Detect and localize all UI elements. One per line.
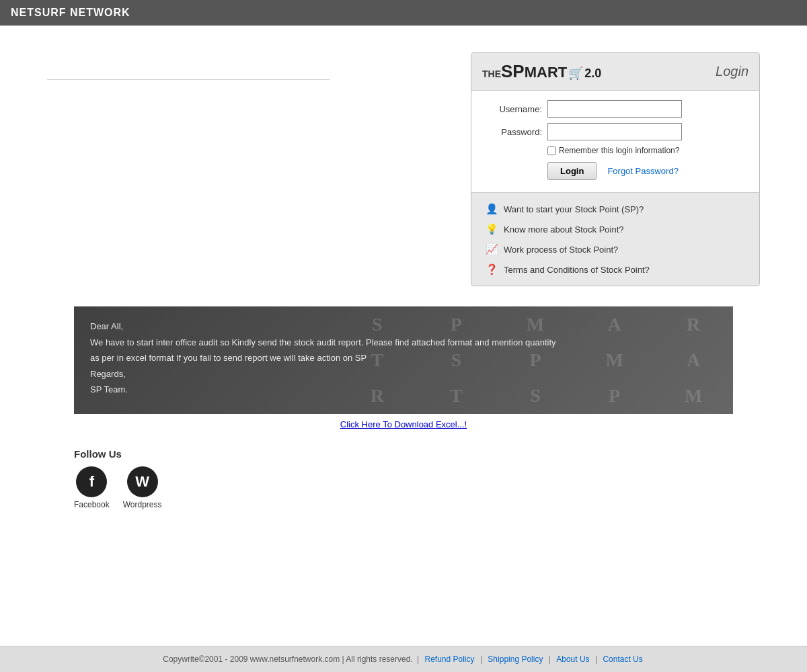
contact-us-link[interactable]: Contact Us — [603, 655, 642, 664]
follow-us-title: Follow Us — [74, 448, 733, 460]
announcement-line: We have to start inter office audit so K… — [90, 336, 717, 349]
copyright-text: Copywrite©2001 - 2009 www.netsurfnetwork… — [163, 655, 412, 664]
announcement-line: SP Team. — [90, 383, 717, 396]
info-link-text-2: Work process of Stock Point? — [504, 245, 618, 255]
username-input[interactable] — [547, 100, 682, 118]
remember-checkbox[interactable] — [547, 146, 556, 155]
password-label: Password: — [485, 127, 542, 137]
username-label: Username: — [485, 104, 542, 114]
login-button[interactable]: Login — [547, 162, 597, 180]
remember-label: Remember this login information? — [559, 146, 679, 155]
social-item-facebook[interactable]: fFacebook — [74, 466, 110, 509]
sep1: | — [417, 655, 419, 664]
announcement-line: Dear All, — [90, 320, 717, 333]
logo-cart-icon: 🛒 — [568, 66, 583, 81]
info-icon-3: ❓ — [485, 263, 498, 276]
facebook-icon: f — [76, 466, 107, 497]
password-row: Password: — [485, 123, 746, 140]
wordpress-label: Wordpress — [123, 500, 162, 509]
sep4: | — [595, 655, 597, 664]
follow-us-section: Follow Us fFacebookWWordpress — [74, 448, 733, 523]
main-content: THE SP MART 🛒 2.0 Login Username: Passwo… — [34, 26, 773, 286]
social-item-wordpress[interactable]: WWordpress — [123, 466, 162, 509]
site-header: NETSURF NETWORK — [0, 0, 807, 26]
info-link-row-0[interactable]: 👤Want to start your Stock Point (SP)? — [485, 202, 746, 216]
login-header: THE SP MART 🛒 2.0 Login — [471, 53, 759, 91]
info-link-row-1[interactable]: 💡Know more about Stock Point? — [485, 222, 746, 236]
facebook-label: Facebook — [74, 500, 110, 509]
site-title: NETSURF NETWORK — [11, 7, 130, 18]
info-icon-1: 💡 — [485, 222, 498, 236]
logo-sp: SP — [501, 61, 525, 82]
info-links-section: 👤Want to start your Stock Point (SP)?💡Kn… — [471, 193, 759, 286]
login-form: Username: Password: Remember this login … — [471, 91, 759, 193]
info-link-row-3[interactable]: ❓Terms and Conditions of Stock Point? — [485, 263, 746, 276]
refund-policy-link[interactable]: Refund Policy — [425, 655, 475, 664]
info-icon-2: 📈 — [485, 243, 498, 256]
sep2: | — [480, 655, 482, 664]
about-us-link[interactable]: About Us — [556, 655, 589, 664]
forgot-password-link[interactable]: Forgot Password? — [607, 166, 679, 176]
logo-version: 2.0 — [584, 67, 601, 81]
announcement-banner: SPMARTSPMARTSPM Dear All,We have to star… — [74, 306, 733, 414]
announcement-line: Regards, — [90, 368, 717, 381]
info-link-row-2[interactable]: 📈Work process of Stock Point? — [485, 243, 746, 256]
shipping-policy-link[interactable]: Shipping Policy — [488, 655, 543, 664]
login-panel-title: Login — [716, 64, 748, 79]
divider-line — [47, 79, 330, 80]
footer: Copywrite©2001 - 2009 www.netsurfnetwork… — [0, 646, 807, 672]
password-input[interactable] — [547, 123, 682, 140]
social-icons: fFacebookWWordpress — [74, 466, 733, 509]
info-link-text-1: Know more about Stock Point? — [504, 224, 624, 235]
info-icon-0: 👤 — [485, 202, 498, 216]
info-link-text-3: Terms and Conditions of Stock Point? — [504, 265, 650, 275]
left-panel — [47, 52, 471, 286]
download-link-bar: Click Here To Download Excel...! — [0, 414, 807, 435]
username-row: Username: — [485, 100, 746, 118]
login-panel: THE SP MART 🛒 2.0 Login Username: Passwo… — [471, 52, 760, 286]
info-link-text-0: Want to start your Stock Point (SP)? — [504, 204, 644, 214]
button-row: Login Forgot Password? — [547, 162, 746, 180]
logo: THE SP MART 🛒 2.0 — [482, 61, 601, 82]
announcement-line: as per in excel format If you fail to se… — [90, 351, 717, 365]
sep3: | — [549, 655, 551, 664]
logo-the: THE — [482, 69, 501, 79]
download-excel-link[interactable]: Click Here To Download Excel...! — [340, 419, 467, 429]
wordpress-icon: W — [127, 466, 158, 497]
remember-row: Remember this login information? — [547, 146, 746, 155]
announcement-text: Dear All,We have to start inter office a… — [90, 320, 717, 410]
logo-mart: MART — [525, 64, 568, 81]
